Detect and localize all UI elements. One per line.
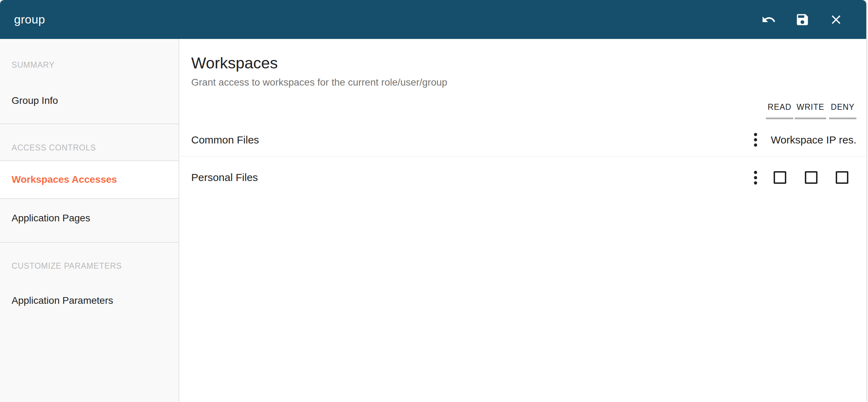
column-underline [766,118,793,119]
workspace-name: Common Files [191,134,259,146]
dialog-header: group [0,0,866,39]
column-label-deny: DENY [829,102,856,112]
table-row-common-files: Common Files Workspace IP res... [180,123,866,157]
column-header-write: WRITE [795,102,826,119]
row-menu-button[interactable] [751,169,760,186]
deny-checkbox[interactable] [836,171,848,184]
column-underline [795,118,826,119]
kebab-dot [754,176,757,179]
table-row-personal-files: Personal Files [180,158,866,197]
save-button[interactable] [795,12,810,27]
kebab-dot [754,143,757,147]
group-dialog: group SUMMARY Group Info [0,0,866,402]
kebab-dot [754,133,757,136]
undo-icon [761,12,776,27]
sidebar-item-label: Group Info [12,95,58,106]
header-actions [761,12,844,27]
sidebar: SUMMARY Group Info ACCESS CONTROLS Works… [0,39,179,402]
sidebar-item-group-info[interactable]: Group Info [0,81,179,120]
sidebar-section-customize-parameters: CUSTOMIZE PARAMETERS [12,261,122,271]
column-header-read: READ [766,102,793,119]
column-label-read: READ [766,102,793,112]
page-title: Workspaces [191,54,278,72]
column-header-deny: DENY [829,102,856,119]
page-subtitle: Grant access to workspaces for the curre… [191,77,447,88]
sidebar-item-label: Application Pages [12,213,90,224]
sidebar-divider [0,123,179,124]
sidebar-item-label: Workspaces Accesses [12,174,117,185]
kebab-dot [754,181,757,185]
sidebar-divider [0,242,179,243]
save-icon [795,12,810,27]
kebab-dot [754,171,757,174]
dialog-title: group [14,13,45,26]
sidebar-section-summary: SUMMARY [12,60,55,70]
workspace-access-value: Workspace IP res... [771,134,856,146]
row-menu-button[interactable] [751,132,760,148]
sidebar-section-access-controls: ACCESS CONTROLS [12,143,96,153]
column-label-write: WRITE [795,102,826,112]
kebab-dot [754,138,757,141]
main-content: Workspaces Grant access to workspaces fo… [180,39,866,402]
sidebar-item-application-pages[interactable]: Application Pages [0,199,179,237]
undo-button[interactable] [761,12,776,27]
sidebar-item-label: Application Parameters [12,295,113,306]
write-checkbox[interactable] [805,171,817,184]
sidebar-item-application-parameters[interactable]: Application Parameters [0,281,179,320]
read-checkbox[interactable] [774,171,786,184]
close-button[interactable] [828,12,844,27]
sidebar-item-workspaces-accesses[interactable]: Workspaces Accesses [0,160,179,199]
workspace-name: Personal Files [191,172,258,183]
close-icon [829,12,843,27]
column-underline [829,118,856,119]
